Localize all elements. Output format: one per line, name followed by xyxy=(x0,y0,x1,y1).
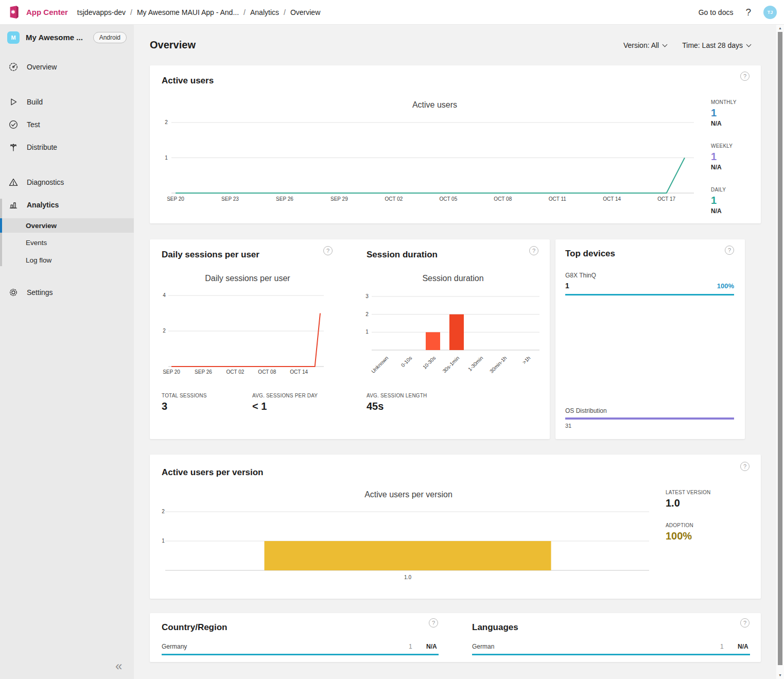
breadcrumb-separator: / xyxy=(130,8,132,16)
os-distribution-label: OS Distribution xyxy=(565,407,607,414)
app-center-logo[interactable]: ✱ xyxy=(7,5,21,19)
svg-text:>1h: >1h xyxy=(521,355,532,365)
sidebar-subitem-label: Events xyxy=(26,239,47,247)
card-title: Daily sessions per user xyxy=(162,250,259,260)
svg-text:2: 2 xyxy=(163,328,166,334)
stat-label: TOTAL SESSIONS xyxy=(162,393,207,398)
svg-text:SEP 20: SEP 20 xyxy=(163,369,180,375)
svg-text:1.0: 1.0 xyxy=(404,574,411,580)
language-bar xyxy=(472,654,750,655)
topbar: ✱ App Center tsjdevapps-dev / My Awesome… xyxy=(0,0,784,25)
help-icon[interactable]: ? xyxy=(429,618,438,628)
card-title: Session duration xyxy=(367,250,438,260)
sidebar-subitem-analytics-overview[interactable]: Overview xyxy=(2,218,134,233)
svg-text:3: 3 xyxy=(365,293,369,299)
platform-badge: Android xyxy=(93,32,127,43)
breadcrumb-org[interactable]: tsjdevapps-dev xyxy=(77,8,126,16)
app-avatar: M xyxy=(7,31,20,44)
topbar-right: Go to docs ? TJ xyxy=(699,6,777,19)
chevron-down-icon xyxy=(746,42,752,47)
play-icon xyxy=(8,97,19,107)
help-icon[interactable]: ? xyxy=(745,7,751,18)
sidebar-subitem-log-flow[interactable]: Log flow xyxy=(2,253,134,267)
sidebar-item-label: Build xyxy=(27,98,43,106)
breadcrumb: tsjdevapps-dev / My Awesome MAUI App - A… xyxy=(77,8,320,16)
stat-label: AVG. SESSION LENGTH xyxy=(367,393,427,398)
stat-value: 1.0 xyxy=(666,497,710,509)
breadcrumb-section[interactable]: Analytics xyxy=(250,8,279,16)
help-icon[interactable]: ? xyxy=(529,246,538,255)
avg-sessions-stat: AVG. SESSIONS PER DAY < 1 xyxy=(252,393,318,412)
chart-title: Active users per version xyxy=(160,490,657,499)
svg-text:SEP 26: SEP 26 xyxy=(276,196,293,202)
card-title: Top devices xyxy=(565,249,615,259)
stat-value: 1 xyxy=(711,150,733,163)
breadcrumb-separator: / xyxy=(243,8,246,16)
sidebar-item-analytics[interactable]: Analytics xyxy=(0,194,134,216)
weekly-stat: WEEKLY 1 N/A xyxy=(711,143,733,171)
help-icon[interactable]: ? xyxy=(740,72,750,81)
svg-text:4: 4 xyxy=(163,292,166,298)
sidebar-collapse-button[interactable]: « xyxy=(115,659,122,673)
app-header: M My Awesome ... Android xyxy=(0,25,134,50)
svg-text:SEP 20: SEP 20 xyxy=(167,196,184,202)
sidebar-subitem-label: Log flow xyxy=(26,256,51,264)
geo-card: Country/Region ? Germany 1 N/A Languages… xyxy=(150,613,761,662)
active-users-line-chart: 12SEP 20SEP 23SEP 26SEP 29OCT 02OCT 05OC… xyxy=(160,116,709,213)
stat-value: 100% xyxy=(666,530,693,542)
sidebar-item-diagnostics[interactable]: Diagnostics xyxy=(0,171,134,194)
sidebar-item-label: Diagnostics xyxy=(27,178,64,186)
svg-text:OCT 08: OCT 08 xyxy=(258,369,276,375)
scroll-down-icon[interactable]: ▼ xyxy=(776,673,784,677)
app-center-brand[interactable]: App Center xyxy=(26,8,68,16)
sidebar-subitem-label: Overview xyxy=(26,222,57,230)
breadcrumb-app[interactable]: My Awesome MAUI App - And... xyxy=(137,8,239,16)
card-title: Active users per version xyxy=(162,467,263,478)
time-filter-label: Time: Last 28 days xyxy=(682,41,743,49)
daily-sessions-line-chart: 24SEP 20SEP 26OCT 02OCT 08OCT 14 xyxy=(160,288,335,380)
go-to-docs-link[interactable]: Go to docs xyxy=(699,8,734,16)
scrollbar-thumb[interactable] xyxy=(778,32,782,665)
os-distribution-bar xyxy=(565,417,734,420)
sidebar-item-overview[interactable]: Overview xyxy=(0,56,134,78)
svg-text:OCT 11: OCT 11 xyxy=(549,196,567,202)
country-name: Germany xyxy=(162,643,187,650)
sidebar-item-label: Test xyxy=(27,120,40,129)
svg-text:✱: ✱ xyxy=(11,9,15,15)
svg-text:OCT 17: OCT 17 xyxy=(657,196,675,202)
help-icon[interactable]: ? xyxy=(323,246,333,255)
help-icon[interactable]: ? xyxy=(740,462,750,471)
stat-value: < 1 xyxy=(252,400,318,412)
language-name: German xyxy=(472,643,494,650)
help-icon[interactable]: ? xyxy=(725,246,734,255)
device-count: 1 xyxy=(565,282,569,290)
country-count: 1 xyxy=(409,643,412,650)
sidebar-item-settings[interactable]: Settings xyxy=(0,281,134,304)
user-avatar[interactable]: TJ xyxy=(763,6,777,19)
svg-text:OCT 02: OCT 02 xyxy=(385,196,403,202)
gauge-icon xyxy=(8,62,19,72)
page-title: Overview xyxy=(150,39,196,51)
sidebar-item-label: Settings xyxy=(27,288,53,297)
stat-sub: N/A xyxy=(711,164,733,171)
vertical-scrollbar[interactable]: ▲ ▼ xyxy=(776,25,784,679)
sidebar-item-distribute[interactable]: Distribute xyxy=(0,136,134,159)
sidebar-item-build[interactable]: Build xyxy=(0,91,134,113)
time-filter-dropdown[interactable]: Time: Last 28 days xyxy=(682,41,751,49)
app-name: My Awesome ... xyxy=(26,33,83,42)
sidebar-item-label: Analytics xyxy=(27,201,59,209)
breadcrumb-page[interactable]: Overview xyxy=(290,8,320,16)
country-region-title: Country/Region xyxy=(162,622,228,633)
check-circle-icon xyxy=(8,119,19,130)
version-filter-dropdown[interactable]: Version: All xyxy=(623,41,667,49)
sidebar-item-test[interactable]: Test xyxy=(0,113,134,136)
device-name: G8X ThinQ xyxy=(565,272,596,279)
svg-text:SEP 29: SEP 29 xyxy=(330,196,348,202)
country-bar xyxy=(162,654,439,655)
sidebar-subitem-events[interactable]: Events xyxy=(2,235,134,250)
svg-text:10-30s: 10-30s xyxy=(422,355,437,370)
gear-icon xyxy=(8,287,19,298)
top-devices-card: Top devices ? G8X ThinQ 1 100% OS Distri… xyxy=(555,239,745,439)
help-icon[interactable]: ? xyxy=(740,618,750,628)
scroll-up-icon[interactable]: ▲ xyxy=(776,26,784,30)
